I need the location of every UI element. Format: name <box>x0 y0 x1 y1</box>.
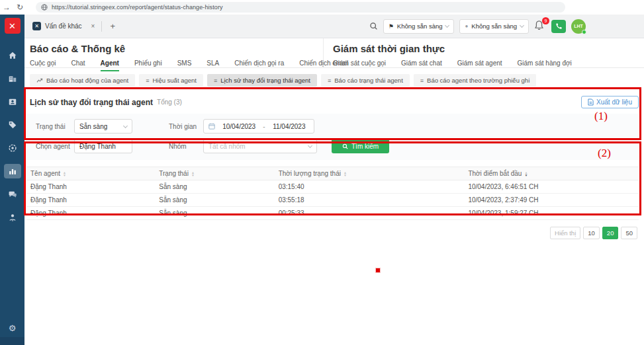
table-row[interactable]: Đặng Thanh Sẵn sàng 03:15:40 10/04/2023,… <box>26 180 639 194</box>
cell-status: Sẵn sàng <box>155 194 274 207</box>
list-icon: ≡ <box>420 77 424 84</box>
subtab-bao-cao-truong-phieu-ghi[interactable]: ≡ Báo cáo agent theo trường phiếu ghi <box>414 74 536 87</box>
sidebar: ✕ ⚙ <box>0 15 24 342</box>
page-size-label: Hiển thị <box>550 227 580 239</box>
group-select[interactable]: Tất cả nhóm <box>203 139 317 153</box>
trend-line-icon <box>36 78 43 83</box>
call-status-dropdown[interactable]: ● Không sẵn sàng <box>459 19 529 34</box>
column-label: Tên agent <box>30 170 60 177</box>
date-from: 10/04/2023 <box>219 123 259 130</box>
pagination: Hiển thị 10 20 50 <box>24 227 637 239</box>
tab-cuoc-goi[interactable]: Cuộc gọi <box>30 59 56 71</box>
tab-chat[interactable]: Chat <box>71 59 85 71</box>
tab-chien-dich-goi-ra[interactable]: Chiến dịch gọi ra <box>234 59 284 71</box>
url-text: https://tutorial.stringeex.com/report/ag… <box>52 4 223 11</box>
chevron-down-icon <box>445 23 449 28</box>
column-label: Thời lượng trạng thái <box>279 170 341 177</box>
table-row[interactable]: Đặng Thanh Sẵn sàng 03:55:18 10/04/2023,… <box>26 194 639 207</box>
sidebar-item-home[interactable] <box>4 48 21 63</box>
cell-agent: Đặng Thanh <box>26 180 155 194</box>
sidebar-item-tickets[interactable] <box>4 118 21 132</box>
section-title: Lịch sử thay đổi trạng thái agent <box>30 98 153 107</box>
date-to: 11/04/2023 <box>269 123 309 130</box>
subtab-hieu-suat-agent[interactable]: ≡ Hiệu suất agent <box>139 74 203 87</box>
status-select[interactable]: Sẵn sàng <box>74 119 132 134</box>
search-icon[interactable] <box>369 22 378 30</box>
export-button[interactable]: Xuất dữ liệu <box>581 96 639 108</box>
red-dot-marker <box>376 268 380 272</box>
subtab-lich-su-trang-thai[interactable]: ≡ Lịch sử thay đổi trạng thái agent <box>207 74 317 87</box>
tab-giam-sat-hang-doi[interactable]: Giám sát hàng đợi <box>518 59 572 70</box>
app-tab-title: Vấn đề khác <box>45 22 82 30</box>
column-label: Trạng thái <box>159 170 189 177</box>
table-header-row: Tên agent▲▼ Trạng thái▲▼ Thời lượng trạn… <box>26 167 639 180</box>
cell-start-time: 10/04/2023, 1:59:27 CH <box>464 207 639 220</box>
section-header: Lịch sử thay đổi trạng thái agent Tổng (… <box>24 87 644 108</box>
chat-status-dropdown[interactable]: ⚑ Không sẵn sàng <box>383 19 455 34</box>
globe-icon <box>41 4 48 11</box>
tab-sla[interactable]: SLA <box>207 59 219 71</box>
sidebar-item-chat[interactable] <box>4 187 21 202</box>
col-ten-agent[interactable]: Tên agent▲▼ <box>26 167 155 180</box>
list-icon: ≡ <box>214 77 217 84</box>
tab-close-icon[interactable]: × <box>91 22 95 30</box>
graduate-icon <box>8 213 17 222</box>
tab-agent[interactable]: Agent <box>101 59 119 71</box>
sidebar-item-reports[interactable] <box>4 164 21 178</box>
phone-button[interactable] <box>551 20 566 33</box>
sidebar-item-contacts[interactable] <box>4 95 21 109</box>
search-icon <box>342 143 348 149</box>
list-icon: ≡ <box>328 77 331 84</box>
sidebar-item-training[interactable] <box>4 210 21 225</box>
app-tab[interactable]: ✕ Vấn đề khác × <box>24 15 101 38</box>
export-label: Xuất dữ liệu <box>596 98 632 106</box>
new-tab-button[interactable]: + <box>102 21 123 31</box>
avatar[interactable]: LHT <box>571 19 586 34</box>
subtab-bao-cao-trang-thai[interactable]: ≡ Báo cáo trạng thái agent <box>321 74 410 87</box>
phone-icon <box>555 22 563 30</box>
page-size-10[interactable]: 10 <box>583 227 600 239</box>
contact-card-icon <box>8 97 17 106</box>
tab-giam-sat-cuoc-goi[interactable]: Giám sát cuộc gọi <box>333 59 386 70</box>
reload-icon[interactable]: ↻ <box>13 3 26 12</box>
notifications-button[interactable]: 9 <box>534 20 546 33</box>
sort-icon: ▲▼ <box>191 171 195 176</box>
page-size-50[interactable]: 50 <box>621 227 637 239</box>
cell-start-time: 10/04/2023, 2:37:49 CH <box>464 194 639 207</box>
tab-sms[interactable]: SMS <box>177 59 192 71</box>
forward-icon[interactable]: → <box>0 3 13 12</box>
subtab-label: Báo cáo agent theo trường phiếu ghi <box>427 77 529 84</box>
chevron-down-icon <box>520 23 524 28</box>
date-separator: - <box>263 123 265 130</box>
sidebar-item-company[interactable] <box>4 71 21 86</box>
col-trang-thai[interactable]: Trạng thái▲▼ <box>155 167 274 180</box>
search-button[interactable]: Tìm kiếm <box>332 139 389 153</box>
page-headers: Báo cáo & Thống kê Cuộc gọi Chat Agent P… <box>24 38 644 68</box>
settings-gear-icon[interactable]: ⚙ <box>9 323 17 333</box>
column-label: Thời điểm bắt đầu <box>468 170 522 177</box>
address-bar[interactable]: https://tutorial.stringeex.com/report/ag… <box>36 2 565 13</box>
tag-icon <box>8 120 17 130</box>
subtab-hoat-dong-agent[interactable]: Báo cáo hoạt động của agent <box>30 74 135 87</box>
col-thoi-diem-bat-dau[interactable]: Thời điểm bắt đầu▲▼ <box>464 167 639 180</box>
target-icon <box>8 143 17 153</box>
cell-status: Sẵn sàng <box>155 180 274 194</box>
stringeex-logo[interactable]: ✕ <box>5 18 21 34</box>
sidebar-bottom-stub <box>0 337 24 345</box>
status-history-table: Tên agent▲▼ Trạng thái▲▼ Thời lượng trạn… <box>26 167 639 220</box>
tab-giam-sat-agent[interactable]: Giám sát agent <box>457 59 502 70</box>
avatar-initials: LHT <box>574 24 583 28</box>
monitor-title: Giám sát thời gian thực <box>333 43 644 54</box>
tab-giam-sat-chat[interactable]: Giám sát chat <box>401 59 442 70</box>
tab-phieu-ghi[interactable]: Phiếu ghi <box>134 59 162 71</box>
chat-status-icon: ⚑ <box>389 23 394 30</box>
subtab-label: Báo cáo trạng thái agent <box>334 77 403 84</box>
status-select-value: Sẵn sàng <box>79 123 107 130</box>
date-range-input[interactable]: 10/04/2023 - 11/04/2023 <box>203 119 314 134</box>
agent-input[interactable]: Đặng Thanh <box>74 139 132 153</box>
page-size-20[interactable]: 20 <box>602 227 619 239</box>
table-row[interactable]: Đặng Thanh Sẵn sàng 00:25:33 10/04/2023,… <box>26 207 639 220</box>
reports-tabs: Cuộc gọi Chat Agent Phiếu ghi SMS SLA Ch… <box>30 59 323 71</box>
sidebar-item-campaigns[interactable] <box>4 141 21 155</box>
col-thoi-luong[interactable]: Thời lượng trạng thái▲▼ <box>275 167 465 180</box>
